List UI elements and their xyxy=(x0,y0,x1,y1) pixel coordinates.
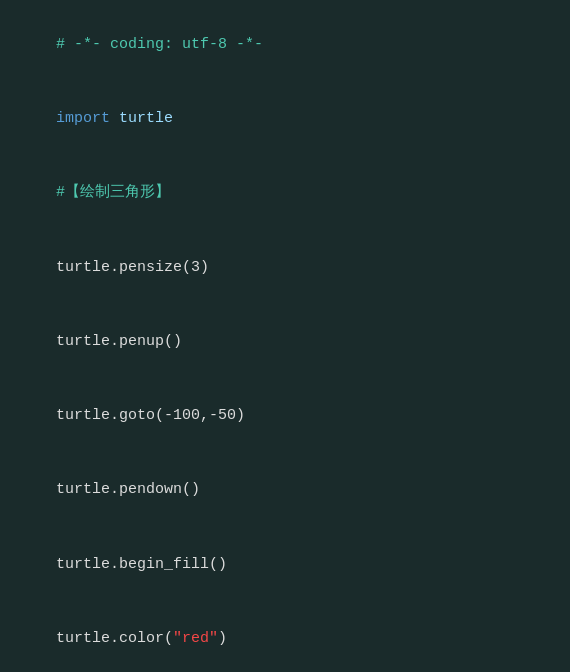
code-line: turtle.begin_fill() xyxy=(0,528,570,602)
comment-triangle: #【绘制三角形】 xyxy=(56,184,170,201)
module-turtle: turtle xyxy=(119,110,173,127)
code-text: turtle.pendown() xyxy=(56,481,200,498)
code-text: turtle.penup() xyxy=(56,333,182,350)
code-line: # -*- coding: utf-8 -*- xyxy=(0,8,570,82)
keyword-import: import xyxy=(56,110,110,127)
code-line: turtle.penup() xyxy=(0,305,570,379)
code-line: import turtle xyxy=(0,82,570,156)
code-line: turtle.goto(-100,-50) xyxy=(0,379,570,453)
code-line: turtle.pendown() xyxy=(0,454,570,528)
code-line: turtle.pensize(3) xyxy=(0,231,570,305)
code-text: turtle.begin_fill() xyxy=(56,556,227,573)
code-text: turtle.goto(-100,-50) xyxy=(56,407,245,424)
code-editor: # -*- coding: utf-8 -*- import turtle #【… xyxy=(0,0,570,672)
code-text: ) xyxy=(218,630,227,647)
code-line: turtle.color("red") xyxy=(0,602,570,672)
code-line: #【绘制三角形】 xyxy=(0,157,570,231)
space xyxy=(110,110,119,127)
string-red: "red" xyxy=(173,630,218,647)
code-text: turtle.pensize(3) xyxy=(56,259,209,276)
code-text: turtle.color( xyxy=(56,630,173,647)
comment-text: # -*- coding: utf-8 -*- xyxy=(56,36,263,53)
